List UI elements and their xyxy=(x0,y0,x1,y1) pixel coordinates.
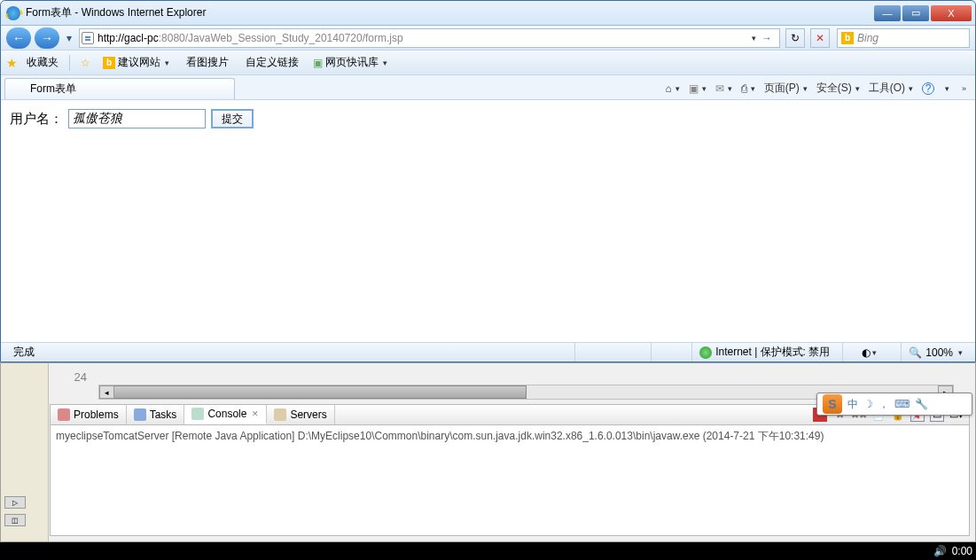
fav-custom-links[interactable]: 自定义链接 xyxy=(239,53,302,72)
status-bar: 完成 Internet | 保护模式: 禁用 ◐ ▾ 🔍100%▾ xyxy=(1,342,975,362)
print-button[interactable]: ⎙▾ xyxy=(741,82,755,95)
titlebar[interactable]: Form表单 - Windows Internet Explorer — ▭ X xyxy=(1,1,975,26)
recent-pages-dropdown[interactable]: ▾ xyxy=(63,32,75,44)
zoom-control[interactable]: 🔍100%▾ xyxy=(901,343,970,362)
safety-menu[interactable]: 安全(S)▾ xyxy=(816,81,860,96)
console-output[interactable]: myeclipseTomcatServer [Remote Java Appli… xyxy=(50,425,970,536)
fav-web-slice[interactable]: ▣网页快讯库▾ xyxy=(309,53,391,72)
gutter-expand-button[interactable]: ▷ xyxy=(4,496,26,509)
status-done: 完成 xyxy=(6,343,42,362)
rss-icon: ▣ xyxy=(313,57,323,69)
tab-tasks[interactable]: Tasks xyxy=(127,405,185,424)
navigation-bar: ← → ▾ http://gacl-pc:8080/JavaWeb_Sessio… xyxy=(1,26,975,51)
refresh-button[interactable]: ↻ xyxy=(785,28,805,48)
page-icon xyxy=(82,32,94,44)
scrollbar-thumb[interactable] xyxy=(99,385,527,399)
tab-problems[interactable]: Problems xyxy=(51,405,127,424)
fav-image-search[interactable]: 看图搜片 xyxy=(180,53,232,72)
ie-browser-window: Form表单 - Windows Internet Explorer — ▭ X… xyxy=(0,0,976,362)
close-tab-icon[interactable]: ✕ xyxy=(252,409,259,418)
close-button[interactable]: X xyxy=(931,5,972,21)
command-bar: ⌂▾ ▣▾ ✉▾ ⎙▾ 页面(P)▾ 安全(S)▾ 工具(O)▾ ?▾ » xyxy=(665,81,972,99)
window-title: Form表单 - Windows Internet Explorer xyxy=(26,5,874,20)
bing-icon: b xyxy=(103,57,115,69)
username-input[interactable] xyxy=(68,109,206,128)
console-icon xyxy=(191,408,204,420)
back-button[interactable]: ← xyxy=(6,27,31,49)
ime-moon-icon[interactable]: ☽ xyxy=(863,398,873,410)
home-button[interactable]: ⌂▾ xyxy=(665,82,679,95)
stop-button[interactable]: ✕ xyxy=(810,28,830,48)
scroll-left-icon[interactable]: ◂ xyxy=(99,385,114,399)
url-text: http://gacl-pc:8080/JavaWeb_Session_Stud… xyxy=(98,32,750,44)
mail-button[interactable]: ✉▾ xyxy=(715,82,732,95)
sogou-ime-icon[interactable]: S xyxy=(823,394,842,414)
window-controls: — ▭ X xyxy=(874,5,972,21)
line-number: 24 xyxy=(50,370,92,384)
maximize-button[interactable]: ▭ xyxy=(902,5,929,21)
tools-menu[interactable]: 工具(O)▾ xyxy=(869,81,913,96)
page-menu[interactable]: 页面(P)▾ xyxy=(764,81,808,96)
tab-servers[interactable]: Servers xyxy=(267,405,334,424)
tab-bar: Form表单 ⌂▾ ▣▾ ✉▾ ⎙▾ 页面(P)▾ 安全(S)▾ 工具(O)▾ … xyxy=(1,75,975,100)
search-placeholder: Bing xyxy=(857,32,878,44)
expand-chevron-icon[interactable]: » xyxy=(962,84,966,93)
favorites-star-icon[interactable]: ★ xyxy=(6,56,18,70)
tab-console[interactable]: Console✕ xyxy=(184,405,267,424)
search-box[interactable]: b Bing xyxy=(837,28,970,48)
tasks-icon xyxy=(134,408,146,421)
browser-tab[interactable]: Form表单 xyxy=(4,78,235,99)
ie-logo-icon xyxy=(12,83,25,96)
help-button[interactable]: ? xyxy=(922,82,934,95)
ime-punctuation-icon[interactable]: ， xyxy=(878,397,889,412)
forward-button[interactable]: → xyxy=(35,27,59,49)
address-bar[interactable]: http://gacl-pc:8080/JavaWeb_Session_Stud… xyxy=(79,28,780,48)
volume-icon[interactable]: 🔊 xyxy=(933,545,947,557)
minimize-button[interactable]: — xyxy=(874,5,901,21)
ime-settings-icon[interactable]: 🔧 xyxy=(915,398,928,410)
servers-icon xyxy=(274,408,286,421)
problems-icon xyxy=(58,408,70,421)
ie-logo-icon xyxy=(6,6,20,20)
zoom-icon: 🔍 xyxy=(909,346,922,359)
ime-language-bar[interactable]: S 中 ☽ ， ⌨ 🔧 xyxy=(816,393,972,416)
console-line: myeclipseTomcatServer [Remote Java Appli… xyxy=(56,430,824,442)
fav-suggested-sites[interactable]: b建议网站▾ xyxy=(99,53,173,72)
eclipse-left-gutter: ▷ ◫ xyxy=(1,363,49,541)
page-content: 用户名： 提交 xyxy=(1,100,975,137)
ime-mode-chinese[interactable]: 中 xyxy=(847,397,858,412)
gutter-tree-button[interactable]: ◫ xyxy=(4,514,26,526)
username-label: 用户名： xyxy=(10,111,63,128)
favorites-bar: ★ 收藏夹 ☆ b建议网站▾ 看图搜片 自定义链接 ▣网页快讯库▾ xyxy=(1,51,975,75)
protected-mode-dropdown[interactable]: ◐ ▾ xyxy=(842,343,895,362)
globe-icon xyxy=(699,346,712,359)
go-button[interactable]: → xyxy=(756,32,777,44)
form-row: 用户名： 提交 xyxy=(10,109,966,128)
bing-icon: b xyxy=(841,32,854,44)
separator xyxy=(69,55,70,71)
clock[interactable]: 0:00 xyxy=(952,545,972,557)
rss-button[interactable]: ▣▾ xyxy=(689,82,707,95)
tab-title: Form表单 xyxy=(30,82,76,97)
windows-taskbar[interactable]: 🔊 0:00 xyxy=(0,542,976,560)
favorites-label[interactable]: 收藏夹 xyxy=(27,55,59,70)
eclipse-ide-panel: ▷ ◫ 24 ◂ ▸ Problems Tasks Console✕ Serve… xyxy=(0,362,976,542)
add-favorite-icon[interactable]: ☆ xyxy=(81,57,90,69)
ime-softkeyboard-icon[interactable]: ⌨ xyxy=(894,398,910,410)
submit-button[interactable]: 提交 xyxy=(211,109,254,128)
security-zone[interactable]: Internet | 保护模式: 禁用 xyxy=(691,343,837,362)
